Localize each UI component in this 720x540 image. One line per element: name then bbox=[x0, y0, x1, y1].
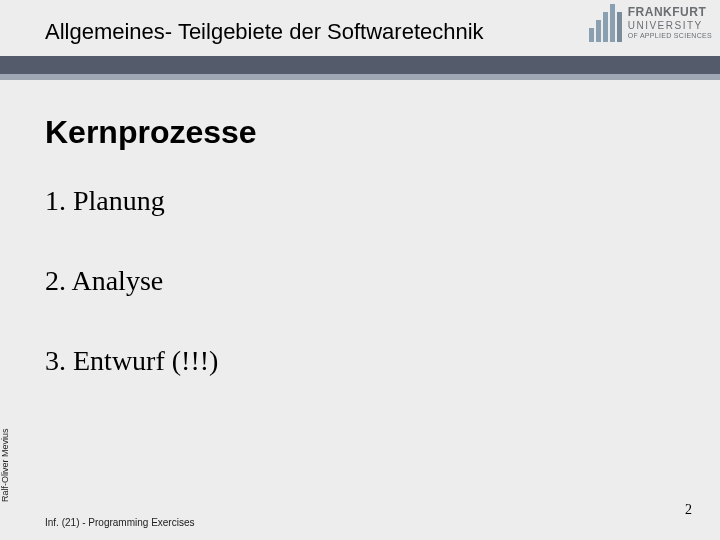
logo-line2: UNIVERSITY bbox=[628, 20, 712, 33]
slide: Allgemeines- Teilgebiete der Softwaretec… bbox=[0, 0, 720, 540]
list-item: 3. Entwurf (!!!) bbox=[45, 345, 690, 377]
header-bar-light bbox=[0, 74, 720, 80]
footer-left: Inf. (21) - Programming Exercises bbox=[45, 517, 195, 528]
logo-line3: OF APPLIED SCIENCES bbox=[628, 32, 712, 41]
content-heading: Kernprozesse bbox=[45, 114, 690, 151]
logo-text: FRANKFURT UNIVERSITY OF APPLIED SCIENCES bbox=[628, 5, 712, 41]
list-item: 1. Planung bbox=[45, 185, 690, 217]
slide-body: Kernprozesse 1. Planung 2. Analyse 3. En… bbox=[45, 100, 690, 425]
university-logo: FRANKFURT UNIVERSITY OF APPLIED SCIENCES bbox=[589, 4, 712, 42]
slide-title: Allgemeines- Teilgebiete der Softwaretec… bbox=[45, 19, 484, 45]
header-bar-dark bbox=[0, 56, 720, 74]
list-item: 2. Analyse bbox=[45, 265, 690, 297]
author-sidebar: Ralf-Oliver Mevius bbox=[0, 428, 10, 502]
logo-line1: FRANKFURT bbox=[628, 5, 712, 20]
logo-bars-icon bbox=[589, 4, 622, 42]
page-number: 2 bbox=[685, 502, 692, 518]
